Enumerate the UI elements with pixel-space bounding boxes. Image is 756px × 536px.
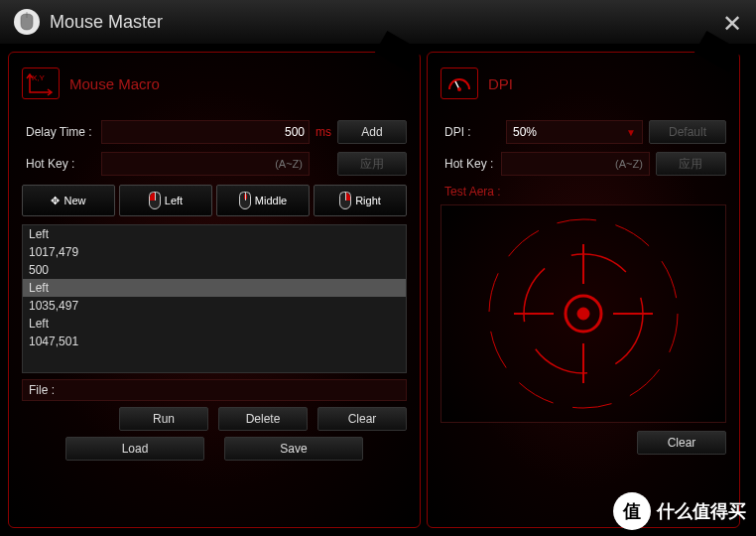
mouse-right-icon: [339, 192, 351, 209]
tab-new-label: New: [63, 195, 85, 206]
dpi-hotkey-input[interactable]: [501, 152, 650, 176]
macro-list[interactable]: Left1017,479500Left1035,497Left1047,501: [22, 224, 407, 373]
delay-unit: ms: [315, 125, 331, 139]
chevron-down-icon: ▼: [626, 127, 636, 138]
tab-left-label: Left: [165, 195, 183, 206]
delete-button[interactable]: Delete: [218, 407, 308, 431]
watermark-badge: 值: [613, 492, 651, 530]
list-item[interactable]: 1047,501: [23, 333, 406, 350]
run-button[interactable]: Run: [119, 407, 208, 431]
mouse-left-icon: [149, 192, 161, 209]
close-button[interactable]: ✕: [722, 10, 742, 38]
test-area[interactable]: [441, 204, 726, 423]
load-button[interactable]: Load: [65, 437, 204, 461]
delay-label: Delay Time :: [22, 125, 101, 139]
click-tabs: ✥ New Left Middle Right: [22, 185, 407, 216]
svg-text:X,Y: X,Y: [32, 73, 46, 82]
svg-point-5: [577, 308, 589, 320]
watermark-text: 什么值得买: [657, 499, 746, 523]
crosshair-icon: [444, 209, 722, 418]
test-area-label: Test Aera :: [444, 185, 726, 199]
cursor-icon: ✥: [51, 195, 60, 207]
titlebar: Mouse Master ✕: [0, 0, 756, 44]
dpi-panel: DPI DPI : 50% ▼ Default Hot Key : 应用 Tes…: [429, 54, 738, 526]
xy-icon: X,Y: [22, 67, 60, 99]
macro-clear-button[interactable]: Clear: [317, 407, 407, 431]
macro-title: Mouse Macro: [69, 75, 160, 92]
tab-new[interactable]: ✥ New: [22, 185, 115, 216]
watermark: 值 什么值得买: [613, 492, 746, 530]
mouse-app-icon: [14, 9, 40, 35]
dpi-label: DPI :: [441, 125, 500, 139]
mouse-middle-icon: [239, 192, 251, 209]
list-item[interactable]: 500: [23, 261, 406, 279]
add-button[interactable]: Add: [337, 120, 407, 144]
macro-hotkey-label: Hot Key :: [22, 157, 101, 171]
list-item[interactable]: 1035,497: [23, 297, 406, 315]
gauge-icon: [441, 67, 478, 99]
window-title: Mouse Master: [50, 12, 163, 33]
dpi-clear-button[interactable]: Clear: [637, 431, 726, 455]
file-label: File :: [29, 383, 55, 397]
dpi-value: 50%: [513, 125, 537, 139]
save-button[interactable]: Save: [224, 437, 363, 461]
macro-apply-button[interactable]: 应用: [337, 152, 407, 176]
tab-right-label: Right: [355, 195, 381, 206]
macro-hotkey-input[interactable]: [101, 152, 310, 176]
list-item[interactable]: Left: [23, 315, 406, 333]
list-item[interactable]: Left: [23, 279, 406, 297]
file-field[interactable]: File :: [22, 379, 407, 401]
tab-middle[interactable]: Middle: [216, 185, 310, 216]
dpi-apply-button[interactable]: 应用: [656, 152, 726, 176]
dpi-hotkey-label: Hot Key :: [441, 157, 495, 171]
tab-middle-label: Middle: [255, 195, 287, 206]
list-item[interactable]: Left: [23, 225, 406, 243]
svg-point-1: [457, 87, 461, 91]
list-item[interactable]: 1017,479: [23, 243, 406, 261]
tab-left[interactable]: Left: [119, 185, 212, 216]
macro-panel: X,Y Mouse Macro Delay Time : ms Add Hot …: [10, 54, 419, 526]
delay-input[interactable]: [101, 120, 310, 144]
default-button[interactable]: Default: [649, 120, 726, 144]
tab-right[interactable]: Right: [314, 185, 407, 216]
dpi-title: DPI: [488, 75, 513, 92]
dpi-select[interactable]: 50% ▼: [506, 120, 643, 144]
